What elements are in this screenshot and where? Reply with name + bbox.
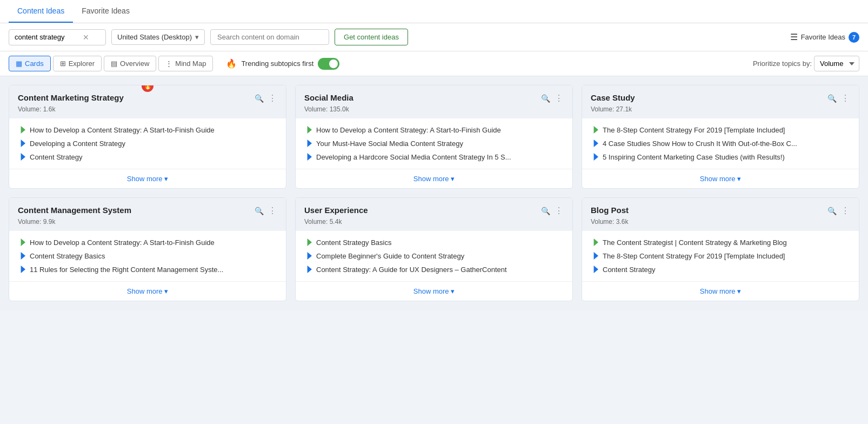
green-arrow-icon — [304, 239, 312, 246]
card-header: Case Study 🔍 ⋮ Volume: 27.1k — [582, 85, 859, 118]
card-header-icons: 🔍 ⋮ — [827, 93, 850, 103]
blue-arrow-icon — [591, 153, 598, 161]
search-icon[interactable]: 🔍 — [255, 207, 264, 215]
toolbar: ✕ United States (Desktop) ▾ Get content … — [0, 23, 868, 51]
card-header-top: Content Marketing Strategy 🔍 ⋮ — [18, 93, 277, 103]
green-arrow-icon — [591, 239, 598, 246]
location-dropdown[interactable]: United States (Desktop) ▾ — [111, 29, 205, 45]
blue-arrow-icon — [591, 140, 598, 147]
card-item-text: Content Strategy — [603, 266, 656, 274]
clear-keyword-icon[interactable]: ✕ — [83, 33, 89, 42]
card-volume: Volume: 1.6k — [18, 105, 277, 113]
overview-icon: ▤ — [111, 59, 117, 68]
show-more-button[interactable]: Show more ▾ — [9, 281, 286, 301]
card-item: Content Strategy — [18, 153, 277, 161]
top-tabs: Content Ideas Favorite Ideas — [0, 0, 868, 23]
card-body: The Content Strategist | Content Strateg… — [582, 231, 859, 281]
card-item: The 8-Step Content Strategy For 2019 [Te… — [591, 252, 850, 260]
card-header-top: User Experience 🔍 ⋮ — [304, 206, 564, 216]
card-item: How to Develop a Content Strategy: A Sta… — [18, 239, 277, 247]
card-item-text: Content Strategy — [30, 153, 83, 161]
card-item: Content Strategy — [591, 266, 850, 274]
more-options-icon[interactable]: ⋮ — [841, 93, 850, 103]
view-mindmap-button[interactable]: ⋮ Mind Map — [158, 56, 213, 71]
search-icon[interactable]: 🔍 — [541, 94, 550, 103]
card-item-text: The 8-Step Content Strategy For 2019 [Te… — [603, 252, 785, 260]
keyword-input[interactable] — [15, 33, 79, 41]
card-body: Content Strategy Basics Complete Beginne… — [296, 231, 572, 281]
card-item: Developing a Hardcore Social Media Conte… — [304, 153, 564, 161]
card-card-2: Social Media 🔍 ⋮ Volume: 135.0k How to D… — [295, 85, 573, 189]
trending-switch[interactable] — [318, 58, 339, 70]
tab-favorite-ideas[interactable]: Favorite Ideas — [73, 0, 138, 23]
card-body: How to Develop a Content Strategy: A Sta… — [9, 118, 286, 169]
card-header: Social Media 🔍 ⋮ Volume: 135.0k — [296, 85, 572, 118]
card-volume: Volume: 135.0k — [304, 105, 564, 113]
view-explorer-button[interactable]: ⊞ Explorer — [53, 56, 102, 71]
view-overview-button[interactable]: ▤ Overview — [104, 56, 156, 71]
card-item-text: The 8-Step Content Strategy For 2019 [Te… — [603, 126, 785, 134]
keyword-input-wrapper: ✕ — [9, 29, 106, 45]
more-options-icon[interactable]: ⋮ — [841, 206, 850, 216]
more-options-icon[interactable]: ⋮ — [555, 93, 564, 103]
card-volume: Volume: 27.1k — [591, 105, 850, 113]
card-item: How to Develop a Content Strategy: A Sta… — [304, 126, 564, 134]
show-more-button[interactable]: Show more ▾ — [582, 281, 859, 301]
card-card-6: Blog Post 🔍 ⋮ Volume: 3.6k The Content S… — [582, 197, 859, 301]
green-arrow-icon — [591, 126, 598, 134]
more-options-icon[interactable]: ⋮ — [268, 93, 277, 103]
card-title: Content Marketing Strategy — [18, 93, 255, 102]
card-item: Content Strategy Basics — [304, 239, 564, 247]
card-item-text: Complete Beginner's Guide to Content Str… — [316, 252, 464, 260]
card-item: 11 Rules for Selecting the Right Content… — [18, 266, 277, 274]
get-ideas-button[interactable]: Get content ideas — [335, 29, 408, 45]
more-options-icon[interactable]: ⋮ — [555, 206, 564, 216]
card-header-icons: 🔍 ⋮ — [541, 206, 564, 216]
tab-content-ideas[interactable]: Content Ideas — [9, 0, 73, 23]
card-item: Content Strategy Basics — [18, 252, 277, 260]
blue-arrow-icon — [18, 266, 25, 273]
card-header-top: Content Management System 🔍 ⋮ — [18, 206, 277, 216]
card-item-text: Developing a Hardcore Social Media Conte… — [316, 153, 511, 161]
search-icon[interactable]: 🔍 — [827, 94, 837, 103]
view-cards-button[interactable]: ▦ Cards — [9, 56, 51, 71]
green-arrow-icon — [18, 239, 25, 246]
blue-arrow-icon — [591, 266, 598, 273]
card-title: Social Media — [304, 93, 541, 102]
show-more-button[interactable]: Show more ▾ — [296, 281, 572, 301]
prioritize-select[interactable]: Volume — [814, 56, 859, 71]
search-icon[interactable]: 🔍 — [541, 207, 550, 215]
card-header: Content Management System 🔍 ⋮ Volume: 9.… — [9, 198, 286, 231]
fav-count-badge: 7 — [849, 32, 859, 43]
show-more-button[interactable]: Show more ▾ — [296, 169, 572, 188]
card-item-text: The Content Strategist | Content Strateg… — [603, 239, 787, 247]
search-icon[interactable]: 🔍 — [827, 207, 837, 215]
blue-arrow-icon — [18, 153, 25, 161]
favorite-ideas-link[interactable]: ☰ Favorite Ideas 7 — [790, 32, 859, 43]
card-header-top: Social Media 🔍 ⋮ — [304, 93, 564, 103]
blue-arrow-icon — [304, 153, 312, 161]
card-item-text: 4 Case Studies Show How to Crush It With… — [603, 140, 797, 148]
blue-arrow-icon — [304, 252, 312, 260]
card-title: Content Management System — [18, 206, 255, 215]
search-icon[interactable]: 🔍 — [255, 94, 264, 103]
overview-label: Overview — [120, 59, 149, 68]
card-item-text: 11 Rules for Selecting the Right Content… — [30, 266, 223, 274]
more-options-icon[interactable]: ⋮ — [268, 206, 277, 216]
blue-arrow-icon — [304, 140, 312, 147]
show-more-button[interactable]: Show more ▾ — [582, 169, 859, 188]
card-item: Developing a Content Strategy — [18, 140, 277, 148]
show-more-button[interactable]: Show more ▾ — [9, 169, 286, 188]
card-header-icons: 🔍 ⋮ — [827, 206, 850, 216]
domain-search-input[interactable] — [210, 29, 329, 45]
fire-icon: 🔥 — [226, 58, 237, 69]
card-item: 5 Inspiring Content Marketing Case Studi… — [591, 153, 850, 161]
card-card-5: User Experience 🔍 ⋮ Volume: 5.4k Content… — [295, 197, 573, 301]
blue-arrow-icon — [18, 140, 25, 147]
view-toolbar: ▦ Cards ⊞ Explorer ▤ Overview ⋮ Mind Map… — [0, 51, 868, 76]
blue-arrow-icon — [18, 252, 25, 260]
cards-icon: ▦ — [16, 59, 22, 68]
card-item-text: Developing a Content Strategy — [30, 140, 125, 148]
card-item-text: Content Strategy: A Guide for UX Designe… — [316, 266, 507, 274]
card-header-top: Blog Post 🔍 ⋮ — [591, 206, 850, 216]
